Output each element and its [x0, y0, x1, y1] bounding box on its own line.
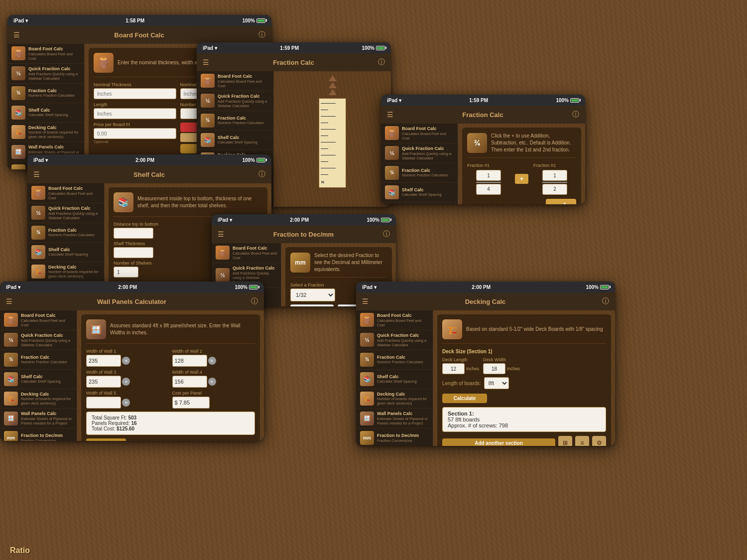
wall2-input[interactable]	[172, 355, 207, 367]
sidebar-3-quick-frac[interactable]: ½ Quick Fraction Calc Add Fractions Quic…	[381, 143, 458, 163]
sidebar-item-shelf[interactable]: 📚 Shelf Calc Calculate Shelf Spacing	[7, 103, 84, 123]
info-icon-3[interactable]: ⓘ	[572, 110, 579, 119]
sidebar-7-fraction[interactable]: ¾ Fraction Calc Numeric Fraction Calcula…	[356, 350, 433, 370]
sidebar-2-fraction[interactable]: ¾ Fraction Calc Numeric Fraction Calcula…	[197, 111, 273, 131]
deck-list-btn[interactable]: ≡	[575, 436, 589, 446]
shelf-num-input[interactable]	[114, 267, 138, 278]
sidebar-4-quick-frac[interactable]: ½ Quick Fraction Calc Add Fractions Quic…	[27, 203, 104, 223]
f2-numerator-input[interactable]	[542, 170, 567, 181]
wall-panels-icon: 🪟	[11, 145, 25, 159]
sidebar-item-fraction[interactable]: ¾ Fraction Calc Numeric Fraction Calcula…	[7, 84, 84, 103]
title-bar-6: ☰ Wall Panels Calculator ⓘ	[0, 292, 264, 310]
sidebar-2-board[interactable]: 🪵 Board Foot Calc Calculates Board Feet …	[197, 71, 273, 91]
wall2-clear-btn[interactable]: ✕	[208, 357, 216, 365]
deck-length-label: Deck Length	[442, 357, 479, 362]
fraction-divider-2	[542, 182, 567, 183]
hamburger-icon-5[interactable]: ☰	[218, 230, 224, 238]
sidebar-3-board[interactable]: 🪵 Board Foot Calc Calculates Board Feet …	[381, 124, 458, 143]
deck-settings-btn[interactable]: ⚙	[592, 436, 606, 446]
hamburger-icon-3[interactable]: ☰	[387, 111, 393, 119]
info-icon-5[interactable]: ⓘ	[383, 230, 390, 239]
shelf-thickness-input[interactable]	[114, 247, 153, 258]
sidebar-3-shelf[interactable]: 📚 Shelf Calc Calculate Shelf Spacing	[381, 183, 458, 202]
sidebar-6-wall[interactable]: 🪟 Wall Panels Calc Estimate Sheets of Pl…	[0, 409, 77, 428]
wall3-label: Width of Wall 3	[86, 370, 169, 375]
fracdec-icon: mm	[290, 253, 310, 273]
shelf-distance-input[interactable]	[114, 228, 153, 239]
sidebar-7-fracdec[interactable]: mm Fraction to Dec/mm Fraction Conversio…	[356, 428, 433, 446]
f2-denominator-input[interactable]	[542, 184, 567, 195]
wall1-input[interactable]	[86, 355, 121, 367]
sidebar-7-wall[interactable]: 🪟 Wall Panels Calc Estimate Sheets of Pl…	[356, 409, 433, 428]
form-group-thickness: Nominal Thickness	[94, 82, 176, 99]
wall-panels-calculate-btn[interactable]: Calculate	[86, 438, 126, 441]
length-input[interactable]	[94, 108, 176, 119]
fraction-inputs-row: Fraction #1 + Fraction #2	[467, 163, 576, 195]
sidebar-2-shelf[interactable]: 📚 Shelf Calc Calculate Shelf Spacing	[197, 131, 273, 150]
f1-denominator-input[interactable]	[476, 184, 501, 195]
sidebar-item-decking[interactable]: 🏗️ Decking Calc Number of boards require…	[7, 123, 84, 142]
info-icon-1[interactable]: ⓘ	[258, 30, 265, 39]
price-input[interactable]	[94, 128, 176, 139]
hamburger-icon-6[interactable]: ☰	[6, 297, 12, 305]
sidebar-6-decking[interactable]: 🏗️ Decking Calc Number of boards require…	[0, 389, 77, 409]
sidebar-6-quick-frac[interactable]: ½ Quick Fraction Calc Add Fractions Quic…	[0, 330, 77, 350]
sidebar-item-quick-frac[interactable]: ½ Quick Fraction Calc Add Fractions Quic…	[7, 64, 84, 84]
sidebar-4-shelf[interactable]: 📚 Shelf Calc Calculate Shelf Spacing	[27, 243, 104, 262]
fraction-1-group: Fraction #1	[467, 163, 510, 195]
sidebar-6-board[interactable]: 🪵 Board Foot Calc Calculates Board Feet …	[0, 310, 77, 330]
deck-length-unit: inches	[466, 366, 479, 371]
fraction-select[interactable]: 1/32 1/16 3/32 1/8 5/32 3/16 7/32 1/4	[290, 288, 335, 301]
hamburger-icon-7[interactable]: ☰	[362, 297, 369, 305]
sidebar-3-decking[interactable]: 🏗️ Decking Calc Number of boards require…	[381, 202, 458, 204]
wall4-input[interactable]	[172, 376, 207, 388]
wall5-input[interactable]	[86, 397, 121, 409]
decking-calculate-btn[interactable]: Calculate	[442, 394, 487, 403]
sidebar-item-board-foot[interactable]: 🪵 Board Foot Calc Calculates Board Feet …	[7, 44, 84, 64]
sidebar-6-fraction[interactable]: ¾ Fraction Calc Numeric Fraction Calcula…	[0, 350, 77, 370]
sidebar-2-quick-frac[interactable]: ½ Quick Fraction Calc Add Fractions Quic…	[197, 91, 273, 111]
sidebar-7: 🪵 Board Foot Calc Calculates Board Feet …	[356, 310, 433, 446]
deck-screws-result: Approx. # of screws: 798	[448, 422, 601, 428]
add-section-btn[interactable]: Add another section	[442, 438, 555, 446]
wall3-clear-btn[interactable]: ✕	[122, 378, 130, 386]
wall1-clear-btn[interactable]: ✕	[122, 357, 130, 365]
sidebar-7-quick-frac[interactable]: ½ Quick Fraction Calc Add Fractions Quic…	[356, 330, 433, 350]
deck-width-input[interactable]	[483, 363, 505, 374]
f1-numerator-input[interactable]	[476, 170, 501, 181]
sidebar-7-board[interactable]: 🪵 Board Foot Calc Calculates Board Feet …	[356, 310, 433, 330]
sidebar-5-board[interactable]: 🪵 Board Foot Calc Calculates Board Feet …	[212, 243, 281, 263]
thickness-input[interactable]	[94, 88, 176, 99]
window-title-1: Board Foot Calc	[20, 31, 258, 39]
op-button[interactable]: +	[515, 174, 528, 184]
deck-copy-btn[interactable]: ⊞	[558, 436, 572, 446]
deck-length-input[interactable]	[442, 363, 465, 374]
main-panel-7: 🏗️ Based on standard 5-1/2" wide Deck Bo…	[433, 310, 615, 446]
info-icon-2[interactable]: ⓘ	[378, 58, 385, 67]
cost-per-panel-input[interactable]	[172, 397, 210, 409]
sidebar-4-board[interactable]: 🪵 Board Foot Calc Calculates Board Feet …	[27, 183, 104, 203]
hamburger-icon-4[interactable]: ☰	[33, 170, 40, 178]
wall1-group: Width of Wall 1 ✕	[86, 349, 169, 367]
wall5-clear-btn[interactable]: ✕	[122, 399, 130, 407]
info-icon-6[interactable]: ⓘ	[251, 297, 258, 306]
quick-frac-icon: ½	[11, 66, 25, 80]
info-icon-7[interactable]: ⓘ	[602, 297, 609, 306]
sidebar-7-shelf[interactable]: 📚 Shelf Calc Calculate Shelf Spacing	[356, 370, 433, 389]
sidebar-3-fraction[interactable]: ¾ Fraction Calc Numeric Fraction Calcula…	[381, 163, 458, 183]
ruler-mark-2	[319, 107, 346, 112]
decking-header: 🏗️ Based on standard 5-1/2" wide Deck Bo…	[442, 319, 606, 344]
wall3-input[interactable]	[86, 376, 121, 388]
hamburger-icon-2[interactable]: ☰	[203, 58, 209, 66]
sidebar-4-decking[interactable]: 🏗️ Decking Calc Number of boards require…	[27, 262, 104, 282]
wall4-clear-btn[interactable]: ✕	[208, 378, 216, 386]
hamburger-icon-1[interactable]: ☰	[13, 31, 20, 39]
sidebar-4-fraction[interactable]: ¾ Fraction Calc Numeric Fraction Calcula…	[27, 223, 104, 243]
sidebar-6-shelf[interactable]: 📚 Shelf Calc Calculate Shelf Spacing	[0, 370, 77, 389]
status-bar-1: iPad ▾ 1:58 PM 100%	[7, 15, 271, 26]
arrow-up-icon-2	[329, 82, 337, 88]
info-icon-4[interactable]: ⓘ	[258, 170, 265, 179]
length-boards-select[interactable]: 8ft 10ft 12ft 16ft	[484, 377, 509, 389]
sidebar-7-decking[interactable]: 🏗️ Decking Calc Number of boards require…	[356, 389, 433, 409]
sidebar-6-fracdec[interactable]: mm Fraction to Dec/mm Fraction Conversio…	[0, 428, 77, 441]
